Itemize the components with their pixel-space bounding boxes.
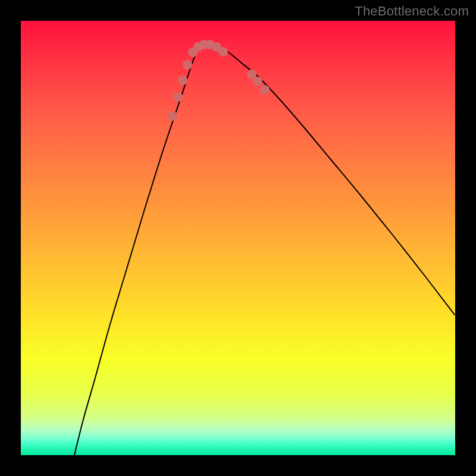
curve-svg: [21, 21, 455, 455]
curve-group: [74, 45, 455, 455]
highlight-dots-left-dot: [212, 42, 221, 52]
highlight-dots-left-dot: [188, 48, 198, 57]
highlight-dots-left-dot: [218, 47, 228, 57]
highlight-dots-left-dot: [178, 76, 187, 85]
chart-stage: TheBottleneck.com: [0, 0, 476, 476]
highlight-dots-left-dot: [199, 40, 209, 49]
highlight-dots-left-dot: [193, 42, 203, 52]
watermark-text: TheBottleneck.com: [355, 4, 469, 19]
highlight-dots-left-dot: [205, 40, 215, 49]
highlight-dots-right-dot: [253, 77, 262, 86]
highlight-dots-group: [168, 40, 270, 121]
highlight-dots-left-dot: [173, 92, 183, 102]
bottleneck-curve-path: [74, 45, 455, 455]
highlight-dots-left-dot: [168, 111, 177, 121]
highlight-dots-right-dot: [247, 70, 256, 79]
plot-area: [21, 21, 455, 455]
highlight-dots-left-dot: [183, 60, 192, 70]
highlight-dots-right-dot: [260, 85, 270, 95]
